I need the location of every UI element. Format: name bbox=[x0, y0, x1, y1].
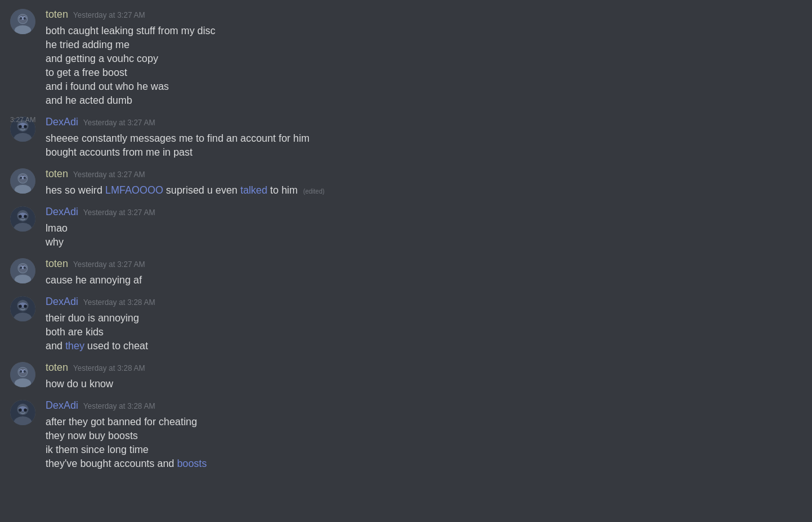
message-timestamp: Yesterday at 3:27 AM bbox=[84, 118, 156, 128]
avatar-area bbox=[10, 8, 35, 108]
avatar bbox=[10, 168, 35, 194]
message-timestamp: Yesterday at 3:27 AM bbox=[84, 208, 156, 218]
message-text: cause he annoying af bbox=[46, 273, 802, 287]
message-text: and getting a vouhc copy bbox=[46, 52, 802, 66]
svg-point-38 bbox=[23, 370, 26, 373]
message-group: toten Yesterday at 3:28 AM how do u know bbox=[0, 358, 812, 394]
avatar-area bbox=[10, 295, 35, 353]
message-timestamp: Yesterday at 3:28 AM bbox=[84, 297, 156, 308]
message-group: DexAdi Yesterday at 3:28 AM their duo is… bbox=[0, 292, 812, 356]
avatar bbox=[10, 400, 35, 425]
message-text: they now buy boosts bbox=[46, 429, 802, 443]
avatar bbox=[10, 296, 35, 321]
svg-point-4 bbox=[20, 17, 22, 20]
message-text: their duo is annoying bbox=[46, 311, 802, 325]
chat-container: toten Yesterday at 3:27 AM both caught l… bbox=[0, 0, 812, 481]
message-group: DexAdi Yesterday at 3:27 AM lmao why bbox=[0, 202, 812, 252]
message-text: bought accounts from me in past bbox=[46, 146, 802, 159]
edited-tag: (edited) bbox=[303, 188, 325, 195]
message-header: toten Yesterday at 3:27 AM bbox=[46, 8, 802, 22]
svg-point-16 bbox=[23, 177, 26, 179]
message-group: toten Yesterday at 3:27 AM both caught l… bbox=[0, 5, 812, 110]
svg-point-10 bbox=[24, 125, 27, 128]
message-text: lmao bbox=[46, 221, 802, 235]
message-content: DexAdi Yesterday at 3:27 AM lmao why bbox=[46, 205, 802, 249]
message-header: DexAdi Yesterday at 3:28 AM bbox=[46, 295, 802, 309]
svg-point-26 bbox=[20, 266, 22, 269]
svg-point-15 bbox=[20, 177, 22, 179]
message-header: DexAdi Yesterday at 3:27 AM bbox=[46, 205, 802, 219]
message-content: toten Yesterday at 3:27 AM cause he anno… bbox=[46, 257, 802, 287]
message-text: he tried adding me bbox=[46, 38, 802, 52]
message-text: sheeee constantly messages me to find an… bbox=[46, 132, 802, 146]
highlight-text: boosts bbox=[177, 458, 207, 469]
avatar-area bbox=[10, 399, 35, 471]
message-group: DexAdi Yesterday at 3:28 AM after they g… bbox=[0, 396, 812, 473]
username: DexAdi bbox=[46, 205, 78, 219]
message-group: toten Yesterday at 3:27 AM hes so weird … bbox=[0, 165, 812, 200]
message-text: why bbox=[46, 235, 802, 249]
username: toten bbox=[46, 167, 68, 181]
message-text: to get a free boost bbox=[46, 66, 802, 80]
message-text: and he acted dumb bbox=[46, 94, 802, 108]
highlight-text: LMFAOOOO bbox=[105, 185, 163, 196]
message-group: 3:27 AM DexAdi Yesterday at 3:27 AM shee bbox=[0, 113, 812, 162]
message-header: DexAdi Yesterday at 3:27 AM bbox=[46, 115, 802, 129]
svg-point-21 bbox=[24, 215, 27, 218]
username: toten bbox=[46, 257, 68, 271]
username: toten bbox=[46, 8, 68, 22]
svg-point-43 bbox=[24, 409, 27, 412]
avatar bbox=[10, 362, 35, 387]
svg-point-27 bbox=[23, 266, 26, 269]
message-text: both caught leaking stuff from my disc bbox=[46, 24, 802, 38]
message-header: toten Yesterday at 3:27 AM bbox=[46, 257, 802, 271]
username: toten bbox=[46, 361, 68, 375]
side-timestamp: 3:27 AM bbox=[10, 115, 35, 125]
svg-point-9 bbox=[19, 125, 22, 128]
username: DexAdi bbox=[46, 115, 78, 129]
username: DexAdi bbox=[46, 399, 78, 413]
avatar-area bbox=[10, 361, 35, 391]
message-text: both are kids bbox=[46, 325, 802, 339]
highlight-text: talked bbox=[240, 185, 268, 196]
message-timestamp: Yesterday at 3:28 AM bbox=[73, 363, 146, 374]
message-text: they've bought accounts and boosts bbox=[46, 457, 802, 471]
avatar bbox=[10, 206, 35, 232]
svg-point-20 bbox=[19, 215, 22, 218]
svg-point-31 bbox=[19, 305, 22, 308]
svg-point-42 bbox=[19, 409, 22, 412]
message-content: DexAdi Yesterday at 3:28 AM after they g… bbox=[46, 399, 802, 471]
highlight-text: they bbox=[65, 340, 84, 351]
svg-point-37 bbox=[20, 370, 22, 373]
svg-point-5 bbox=[23, 17, 26, 20]
message-content: DexAdi Yesterday at 3:28 AM their duo is… bbox=[46, 295, 802, 353]
message-content: toten Yesterday at 3:27 AM both caught l… bbox=[46, 8, 802, 108]
message-group: toten Yesterday at 3:27 AM cause he anno… bbox=[0, 254, 812, 290]
message-timestamp: Yesterday at 3:27 AM bbox=[73, 259, 146, 270]
message-text: and i found out who he was bbox=[46, 80, 802, 94]
message-header: DexAdi Yesterday at 3:28 AM bbox=[46, 399, 802, 413]
avatar bbox=[10, 258, 35, 283]
svg-point-32 bbox=[24, 305, 27, 308]
message-content: toten Yesterday at 3:28 AM how do u know bbox=[46, 361, 802, 391]
avatar bbox=[10, 9, 35, 34]
avatar-area bbox=[10, 257, 35, 287]
message-text: and they used to cheat bbox=[46, 339, 802, 353]
message-content: DexAdi Yesterday at 3:27 AM sheeee const… bbox=[46, 115, 802, 159]
message-timestamp: Yesterday at 3:28 AM bbox=[84, 401, 156, 412]
message-text: ik them since long time bbox=[46, 443, 802, 457]
avatar-area bbox=[10, 167, 35, 197]
message-text: hes so weird LMFAOOOO suprised u even ta… bbox=[46, 183, 802, 197]
message-text: how do u know bbox=[46, 377, 802, 391]
message-content: toten Yesterday at 3:27 AM hes so weird … bbox=[46, 167, 802, 197]
message-text: after they got banned for cheating bbox=[46, 415, 802, 429]
avatar-area bbox=[10, 205, 35, 249]
message-header: toten Yesterday at 3:28 AM bbox=[46, 361, 802, 375]
message-header: toten Yesterday at 3:27 AM bbox=[46, 167, 802, 181]
message-timestamp: Yesterday at 3:27 AM bbox=[73, 170, 146, 180]
username: DexAdi bbox=[46, 295, 78, 309]
message-timestamp: Yesterday at 3:27 AM bbox=[73, 10, 146, 21]
